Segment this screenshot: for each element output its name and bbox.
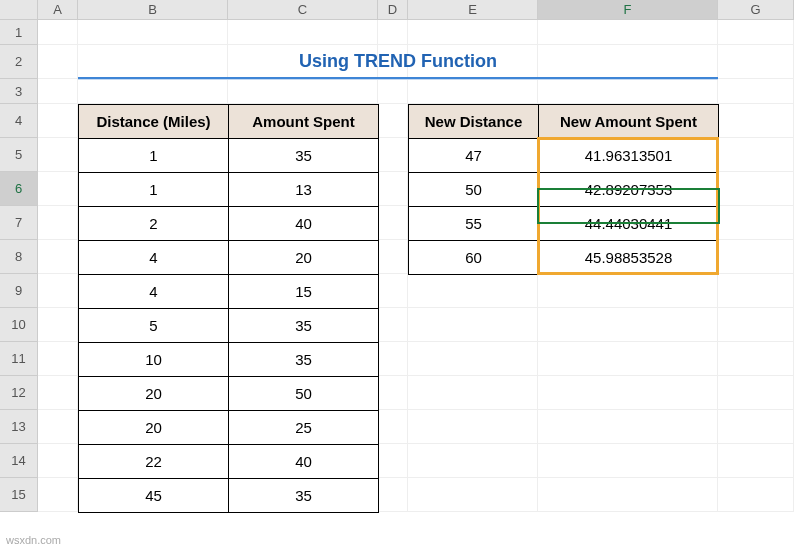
col-header-D[interactable]: D xyxy=(378,0,408,19)
table1-cell[interactable]: 20 xyxy=(79,377,229,411)
row-header-14[interactable]: 14 xyxy=(0,444,38,478)
table2-header-newdist[interactable]: New Distance xyxy=(409,105,539,139)
row-header-13[interactable]: 13 xyxy=(0,410,38,444)
row-header-11[interactable]: 11 xyxy=(0,342,38,376)
cell[interactable] xyxy=(378,478,408,512)
cell[interactable] xyxy=(408,274,538,308)
col-header-C[interactable]: C xyxy=(228,0,378,19)
cell[interactable] xyxy=(408,20,538,45)
col-header-G[interactable]: G xyxy=(718,0,794,19)
cell[interactable] xyxy=(408,79,538,104)
table2-cell[interactable]: 60 xyxy=(409,241,539,275)
row-header-6[interactable]: 6 xyxy=(0,172,38,206)
cell[interactable] xyxy=(538,308,718,342)
row-header-1[interactable]: 1 xyxy=(0,20,38,45)
cell[interactable] xyxy=(38,138,78,172)
cell[interactable] xyxy=(378,342,408,376)
cell[interactable] xyxy=(538,376,718,410)
cell[interactable] xyxy=(38,79,78,104)
cell[interactable] xyxy=(38,104,78,138)
table2-cell[interactable]: 47 xyxy=(409,139,539,173)
cell[interactable] xyxy=(378,274,408,308)
cell[interactable] xyxy=(718,45,794,79)
table1-cell[interactable]: 45 xyxy=(79,479,229,513)
cell[interactable] xyxy=(78,79,228,104)
table1-cell[interactable]: 2 xyxy=(79,207,229,241)
cell[interactable] xyxy=(718,206,794,240)
table1-cell[interactable]: 40 xyxy=(229,207,379,241)
table1-cell[interactable]: 20 xyxy=(79,411,229,445)
table1-cell[interactable]: 35 xyxy=(229,309,379,343)
cell[interactable] xyxy=(408,376,538,410)
cell[interactable] xyxy=(38,274,78,308)
cell[interactable] xyxy=(538,20,718,45)
cell[interactable] xyxy=(38,240,78,274)
cell[interactable] xyxy=(718,138,794,172)
cell[interactable] xyxy=(538,410,718,444)
row-header-5[interactable]: 5 xyxy=(0,138,38,172)
row-header-7[interactable]: 7 xyxy=(0,206,38,240)
cell[interactable] xyxy=(718,342,794,376)
row-header-4[interactable]: 4 xyxy=(0,104,38,138)
table1-cell[interactable]: 50 xyxy=(229,377,379,411)
cell[interactable] xyxy=(718,104,794,138)
cell[interactable] xyxy=(408,444,538,478)
table1-header-distance[interactable]: Distance (Miles) xyxy=(79,105,229,139)
table1-cell[interactable]: 4 xyxy=(79,275,229,309)
table2-cell[interactable]: 42.89207353 xyxy=(539,173,719,207)
table1-cell[interactable]: 15 xyxy=(229,275,379,309)
cell[interactable] xyxy=(718,478,794,512)
sheet-title-cell[interactable]: Using TREND Function xyxy=(78,45,718,79)
cell[interactable] xyxy=(718,79,794,104)
table1-cell[interactable]: 35 xyxy=(229,139,379,173)
cell[interactable] xyxy=(718,20,794,45)
row-header-8[interactable]: 8 xyxy=(0,240,38,274)
table2-cell[interactable]: 55 xyxy=(409,207,539,241)
table1-cell[interactable]: 1 xyxy=(79,139,229,173)
col-header-E[interactable]: E xyxy=(408,0,538,19)
cell[interactable] xyxy=(38,308,78,342)
table2-cell[interactable]: 41.96313501 xyxy=(539,139,719,173)
table1-cell[interactable]: 35 xyxy=(229,343,379,377)
table1-cell[interactable]: 22 xyxy=(79,445,229,479)
cell[interactable] xyxy=(378,138,408,172)
table1-cell[interactable]: 20 xyxy=(229,241,379,275)
table2-cell[interactable]: 45.98853528 xyxy=(539,241,719,275)
cell[interactable] xyxy=(408,308,538,342)
table1-cell[interactable]: 40 xyxy=(229,445,379,479)
cell[interactable] xyxy=(408,342,538,376)
cell[interactable] xyxy=(378,376,408,410)
cell[interactable] xyxy=(718,274,794,308)
cell[interactable] xyxy=(378,172,408,206)
col-header-A[interactable]: A xyxy=(38,0,78,19)
cell[interactable] xyxy=(38,45,78,79)
row-header-9[interactable]: 9 xyxy=(0,274,38,308)
cell[interactable] xyxy=(38,20,78,45)
col-header-F[interactable]: F xyxy=(538,0,718,19)
table2-header-newamount[interactable]: New Amount Spent xyxy=(539,105,719,139)
row-header-10[interactable]: 10 xyxy=(0,308,38,342)
col-header-B[interactable]: B xyxy=(78,0,228,19)
cell[interactable] xyxy=(538,342,718,376)
table1-cell[interactable]: 25 xyxy=(229,411,379,445)
cell[interactable] xyxy=(718,444,794,478)
cell[interactable] xyxy=(38,444,78,478)
cell[interactable] xyxy=(378,410,408,444)
table1-cell[interactable]: 13 xyxy=(229,173,379,207)
cell[interactable] xyxy=(538,444,718,478)
cell[interactable] xyxy=(38,172,78,206)
cell[interactable] xyxy=(718,240,794,274)
cell[interactable] xyxy=(38,410,78,444)
row-header-15[interactable]: 15 xyxy=(0,478,38,512)
table2-cell[interactable]: 44.44030441 xyxy=(539,207,719,241)
cell[interactable] xyxy=(538,478,718,512)
cell[interactable] xyxy=(38,342,78,376)
cell[interactable] xyxy=(408,410,538,444)
cell[interactable] xyxy=(718,376,794,410)
cell[interactable] xyxy=(378,20,408,45)
table1-cell[interactable]: 10 xyxy=(79,343,229,377)
cell[interactable] xyxy=(228,79,378,104)
cell[interactable] xyxy=(718,410,794,444)
cell[interactable] xyxy=(38,478,78,512)
cell[interactable] xyxy=(378,308,408,342)
